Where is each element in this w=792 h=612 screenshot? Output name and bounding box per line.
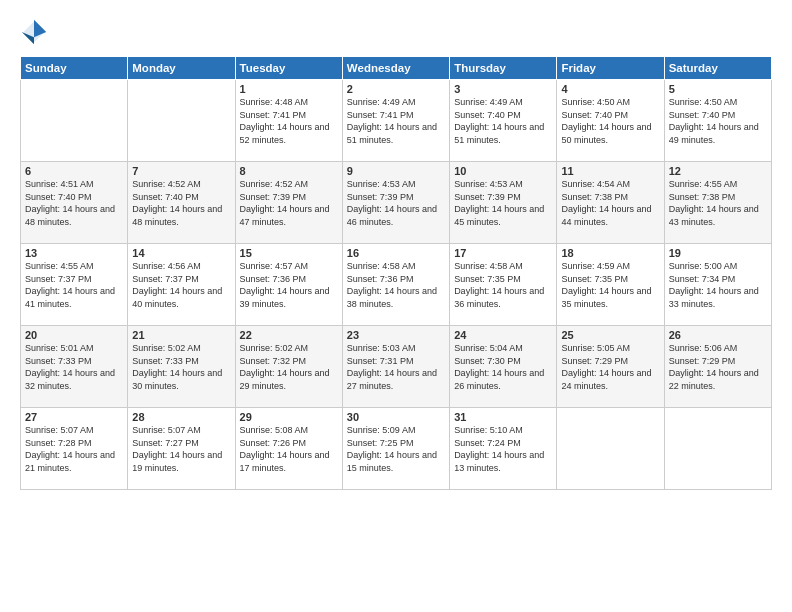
- calendar-cell: 8Sunrise: 4:52 AMSunset: 7:39 PMDaylight…: [235, 162, 342, 244]
- weekday-header: Thursday: [450, 57, 557, 80]
- day-info: Sunrise: 4:49 AMSunset: 7:41 PMDaylight:…: [347, 96, 445, 146]
- day-number: 17: [454, 247, 552, 259]
- day-number: 18: [561, 247, 659, 259]
- day-info: Sunrise: 5:01 AMSunset: 7:33 PMDaylight:…: [25, 342, 123, 392]
- day-info: Sunrise: 4:56 AMSunset: 7:37 PMDaylight:…: [132, 260, 230, 310]
- day-info: Sunrise: 4:59 AMSunset: 7:35 PMDaylight:…: [561, 260, 659, 310]
- day-info: Sunrise: 5:07 AMSunset: 7:27 PMDaylight:…: [132, 424, 230, 474]
- day-number: 12: [669, 165, 767, 177]
- calendar-cell: 16Sunrise: 4:58 AMSunset: 7:36 PMDayligh…: [342, 244, 449, 326]
- day-number: 4: [561, 83, 659, 95]
- day-number: 8: [240, 165, 338, 177]
- day-info: Sunrise: 5:00 AMSunset: 7:34 PMDaylight:…: [669, 260, 767, 310]
- day-number: 3: [454, 83, 552, 95]
- calendar-cell: 22Sunrise: 5:02 AMSunset: 7:32 PMDayligh…: [235, 326, 342, 408]
- weekday-header: Monday: [128, 57, 235, 80]
- day-number: 28: [132, 411, 230, 423]
- day-info: Sunrise: 4:54 AMSunset: 7:38 PMDaylight:…: [561, 178, 659, 228]
- calendar-cell: [128, 80, 235, 162]
- day-info: Sunrise: 5:02 AMSunset: 7:32 PMDaylight:…: [240, 342, 338, 392]
- day-info: Sunrise: 4:51 AMSunset: 7:40 PMDaylight:…: [25, 178, 123, 228]
- day-number: 2: [347, 83, 445, 95]
- day-info: Sunrise: 4:58 AMSunset: 7:35 PMDaylight:…: [454, 260, 552, 310]
- day-info: Sunrise: 4:55 AMSunset: 7:38 PMDaylight:…: [669, 178, 767, 228]
- day-number: 13: [25, 247, 123, 259]
- day-info: Sunrise: 5:09 AMSunset: 7:25 PMDaylight:…: [347, 424, 445, 474]
- calendar-cell: 13Sunrise: 4:55 AMSunset: 7:37 PMDayligh…: [21, 244, 128, 326]
- calendar-cell: 20Sunrise: 5:01 AMSunset: 7:33 PMDayligh…: [21, 326, 128, 408]
- day-number: 31: [454, 411, 552, 423]
- day-info: Sunrise: 5:10 AMSunset: 7:24 PMDaylight:…: [454, 424, 552, 474]
- day-number: 9: [347, 165, 445, 177]
- weekday-header: Tuesday: [235, 57, 342, 80]
- calendar-cell: 23Sunrise: 5:03 AMSunset: 7:31 PMDayligh…: [342, 326, 449, 408]
- day-info: Sunrise: 4:57 AMSunset: 7:36 PMDaylight:…: [240, 260, 338, 310]
- calendar-cell: [557, 408, 664, 490]
- calendar-cell: 4Sunrise: 4:50 AMSunset: 7:40 PMDaylight…: [557, 80, 664, 162]
- calendar-cell: 6Sunrise: 4:51 AMSunset: 7:40 PMDaylight…: [21, 162, 128, 244]
- calendar-cell: 1Sunrise: 4:48 AMSunset: 7:41 PMDaylight…: [235, 80, 342, 162]
- calendar-cell: 12Sunrise: 4:55 AMSunset: 7:38 PMDayligh…: [664, 162, 771, 244]
- day-number: 14: [132, 247, 230, 259]
- calendar-cell: 14Sunrise: 4:56 AMSunset: 7:37 PMDayligh…: [128, 244, 235, 326]
- day-number: 1: [240, 83, 338, 95]
- weekday-header: Saturday: [664, 57, 771, 80]
- calendar-cell: 24Sunrise: 5:04 AMSunset: 7:30 PMDayligh…: [450, 326, 557, 408]
- day-info: Sunrise: 5:04 AMSunset: 7:30 PMDaylight:…: [454, 342, 552, 392]
- calendar-cell: [664, 408, 771, 490]
- calendar-cell: 7Sunrise: 4:52 AMSunset: 7:40 PMDaylight…: [128, 162, 235, 244]
- calendar-cell: 10Sunrise: 4:53 AMSunset: 7:39 PMDayligh…: [450, 162, 557, 244]
- calendar-cell: 28Sunrise: 5:07 AMSunset: 7:27 PMDayligh…: [128, 408, 235, 490]
- calendar-week-row: 13Sunrise: 4:55 AMSunset: 7:37 PMDayligh…: [21, 244, 772, 326]
- day-number: 23: [347, 329, 445, 341]
- day-info: Sunrise: 5:05 AMSunset: 7:29 PMDaylight:…: [561, 342, 659, 392]
- day-info: Sunrise: 5:06 AMSunset: 7:29 PMDaylight:…: [669, 342, 767, 392]
- day-number: 19: [669, 247, 767, 259]
- logo-icon: [20, 18, 48, 46]
- day-info: Sunrise: 4:50 AMSunset: 7:40 PMDaylight:…: [561, 96, 659, 146]
- calendar-week-row: 27Sunrise: 5:07 AMSunset: 7:28 PMDayligh…: [21, 408, 772, 490]
- weekday-header: Friday: [557, 57, 664, 80]
- day-info: Sunrise: 4:50 AMSunset: 7:40 PMDaylight:…: [669, 96, 767, 146]
- calendar-week-row: 20Sunrise: 5:01 AMSunset: 7:33 PMDayligh…: [21, 326, 772, 408]
- calendar-cell: 21Sunrise: 5:02 AMSunset: 7:33 PMDayligh…: [128, 326, 235, 408]
- header: [20, 18, 772, 46]
- day-number: 16: [347, 247, 445, 259]
- calendar-cell: 17Sunrise: 4:58 AMSunset: 7:35 PMDayligh…: [450, 244, 557, 326]
- calendar-cell: 26Sunrise: 5:06 AMSunset: 7:29 PMDayligh…: [664, 326, 771, 408]
- day-info: Sunrise: 4:53 AMSunset: 7:39 PMDaylight:…: [347, 178, 445, 228]
- day-info: Sunrise: 4:55 AMSunset: 7:37 PMDaylight:…: [25, 260, 123, 310]
- day-number: 25: [561, 329, 659, 341]
- svg-marker-1: [34, 20, 46, 38]
- day-number: 24: [454, 329, 552, 341]
- calendar-cell: 25Sunrise: 5:05 AMSunset: 7:29 PMDayligh…: [557, 326, 664, 408]
- calendar-cell: 19Sunrise: 5:00 AMSunset: 7:34 PMDayligh…: [664, 244, 771, 326]
- day-info: Sunrise: 4:48 AMSunset: 7:41 PMDaylight:…: [240, 96, 338, 146]
- day-number: 27: [25, 411, 123, 423]
- calendar-cell: 31Sunrise: 5:10 AMSunset: 7:24 PMDayligh…: [450, 408, 557, 490]
- day-number: 10: [454, 165, 552, 177]
- weekday-header-row: SundayMondayTuesdayWednesdayThursdayFrid…: [21, 57, 772, 80]
- weekday-header: Wednesday: [342, 57, 449, 80]
- day-info: Sunrise: 5:02 AMSunset: 7:33 PMDaylight:…: [132, 342, 230, 392]
- calendar-cell: 18Sunrise: 4:59 AMSunset: 7:35 PMDayligh…: [557, 244, 664, 326]
- day-info: Sunrise: 5:08 AMSunset: 7:26 PMDaylight:…: [240, 424, 338, 474]
- weekday-header: Sunday: [21, 57, 128, 80]
- day-info: Sunrise: 4:58 AMSunset: 7:36 PMDaylight:…: [347, 260, 445, 310]
- calendar-cell: 30Sunrise: 5:09 AMSunset: 7:25 PMDayligh…: [342, 408, 449, 490]
- day-info: Sunrise: 4:52 AMSunset: 7:39 PMDaylight:…: [240, 178, 338, 228]
- day-number: 6: [25, 165, 123, 177]
- calendar-cell: 2Sunrise: 4:49 AMSunset: 7:41 PMDaylight…: [342, 80, 449, 162]
- day-number: 20: [25, 329, 123, 341]
- day-info: Sunrise: 5:03 AMSunset: 7:31 PMDaylight:…: [347, 342, 445, 392]
- day-number: 21: [132, 329, 230, 341]
- day-number: 7: [132, 165, 230, 177]
- page: SundayMondayTuesdayWednesdayThursdayFrid…: [0, 0, 792, 612]
- calendar-cell: [21, 80, 128, 162]
- day-info: Sunrise: 4:52 AMSunset: 7:40 PMDaylight:…: [132, 178, 230, 228]
- calendar-cell: 11Sunrise: 4:54 AMSunset: 7:38 PMDayligh…: [557, 162, 664, 244]
- calendar-cell: 15Sunrise: 4:57 AMSunset: 7:36 PMDayligh…: [235, 244, 342, 326]
- calendar-cell: 5Sunrise: 4:50 AMSunset: 7:40 PMDaylight…: [664, 80, 771, 162]
- calendar-cell: 9Sunrise: 4:53 AMSunset: 7:39 PMDaylight…: [342, 162, 449, 244]
- calendar-week-row: 6Sunrise: 4:51 AMSunset: 7:40 PMDaylight…: [21, 162, 772, 244]
